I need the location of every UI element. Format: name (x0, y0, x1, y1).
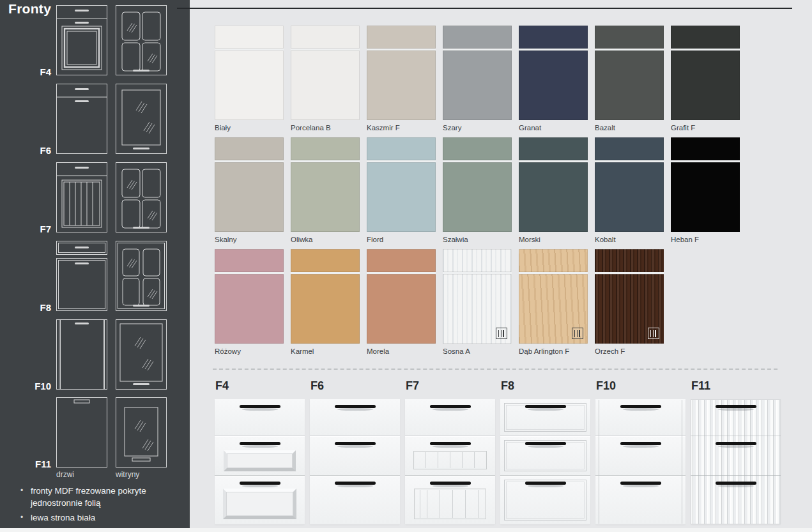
color-swatch-grid: Biały Porcelana B Kaszmir F S (215, 26, 740, 356)
preview-title: F4 (215, 379, 305, 393)
slat-panel (413, 451, 487, 469)
preview-col-f7: F7 (405, 379, 495, 524)
swatch-granat (519, 26, 588, 120)
swatch-cell: Dąb Arlington F (519, 249, 588, 356)
preview-image-f11 (691, 399, 781, 524)
swatch-cell: Sosna A (443, 249, 512, 356)
preview-title: F10 (596, 379, 686, 393)
swatch-drawer (367, 26, 436, 49)
f10-door-drawing (56, 319, 107, 390)
spec-bullets: fronty MDF frezowane pokryte jednostronn… (19, 485, 172, 532)
swatch-drawer (443, 249, 512, 272)
swatch-drawer (367, 137, 436, 160)
swatch-cell: Biały (215, 26, 284, 133)
drawer-handle (716, 482, 756, 485)
front-label: F10 (0, 381, 51, 391)
swatch-skalny (215, 137, 284, 232)
preview-col-f8: F8 (500, 379, 590, 524)
swatch-cell: Kobalt (595, 137, 664, 245)
swatch-drawer (215, 249, 284, 272)
swatch-bialy (215, 26, 284, 120)
swatch-label: Sosna A (443, 347, 512, 355)
f8-vitrine-drawing (116, 241, 167, 311)
swatch-label: Heban F (671, 236, 740, 243)
front-label: F7 (0, 224, 51, 234)
drawer-handle (716, 442, 756, 445)
swatch-door (291, 162, 360, 232)
preview-title: F11 (691, 379, 781, 393)
swatch-door (367, 274, 436, 344)
swatch-cell: Karmel (291, 249, 360, 356)
label-witryny: witryny (116, 470, 139, 479)
drawer-handle (430, 482, 471, 485)
drawer-handle (620, 482, 661, 485)
swatch-door (443, 162, 512, 232)
drawer-handle (525, 405, 566, 408)
swatch-label: Kaszmir F (367, 124, 436, 132)
swatch-door (291, 50, 360, 120)
sidebar-row-f6: F6 (0, 84, 190, 154)
drawer-handle (430, 405, 471, 408)
swatch-cell: Granat (519, 26, 588, 133)
preview-title: F7 (406, 379, 495, 393)
preview-image-f7 (405, 399, 495, 524)
swatch-door (443, 274, 512, 344)
preview-col-f6: F6 (310, 379, 400, 524)
swatch-cell: Heban F (671, 137, 740, 245)
wood-grain-icon (648, 328, 659, 339)
swatch-label: Morski (519, 236, 588, 243)
swatch-drawer (595, 26, 664, 49)
drawer-handle (335, 405, 376, 408)
swatch-door (367, 50, 436, 120)
swatch-morski (519, 137, 588, 232)
preview-col-f11: F11 (691, 379, 781, 524)
drawer-handle (430, 442, 471, 445)
swatch-door (519, 274, 588, 344)
front-label: F8 (0, 302, 51, 313)
swatch-cell: Różowy (215, 249, 284, 356)
swatch-drawer (443, 137, 512, 160)
swatch-rozowy (215, 249, 284, 344)
swatch-fiord (367, 137, 436, 232)
swatch-kaszmir-f (367, 26, 436, 120)
swatch-door (443, 50, 512, 120)
swatch-drawer (291, 26, 360, 49)
swatch-door (671, 50, 740, 120)
swatch-drawer (519, 137, 588, 160)
swatch-door (215, 50, 284, 120)
preview-col-f4: F4 (215, 379, 305, 524)
spec-bullet: lewa strona biała (19, 512, 160, 524)
swatch-sosna-a (443, 249, 512, 344)
edge-groove (599, 400, 599, 524)
swatch-drawer (519, 26, 588, 49)
sidebar-row-f4: F4 (0, 5, 190, 75)
swatch-drawer (443, 26, 512, 49)
wood-grain-icon (572, 328, 583, 339)
f8-door-drawing (56, 241, 107, 311)
swatch-door (595, 274, 664, 344)
preview-title: F6 (310, 379, 400, 393)
spec-bullet: fronty MDF frezowane pokryte jednostronn… (19, 485, 160, 510)
swatch-label: Porcelana B (291, 124, 360, 132)
swatch-karmel (291, 249, 360, 344)
swatch-drawer (291, 137, 360, 160)
swatch-door (519, 162, 588, 232)
front-label: F6 (0, 145, 51, 156)
swatch-label: Kobalt (595, 236, 664, 243)
f6-vitrine-drawing (116, 84, 167, 154)
catalog-page: Fronty F4 (0, 0, 812, 532)
swatch-oliwka (291, 137, 360, 232)
swatch-door (367, 162, 436, 232)
swatch-label: Karmel (291, 347, 360, 355)
swatch-label: Różowy (215, 347, 284, 355)
swatch-door (671, 162, 740, 232)
drawer-handle (620, 442, 661, 445)
drawer-handle (525, 442, 566, 445)
swatch-label: Grafit F (671, 124, 740, 132)
swatch-orzech-f (595, 249, 664, 344)
f10-vitrine-drawing (116, 319, 167, 390)
swatch-morela (367, 249, 436, 344)
swatch-cell: Skalny (215, 137, 284, 245)
preview-image-f4 (215, 399, 305, 524)
swatch-cell: Kaszmir F (367, 26, 436, 133)
